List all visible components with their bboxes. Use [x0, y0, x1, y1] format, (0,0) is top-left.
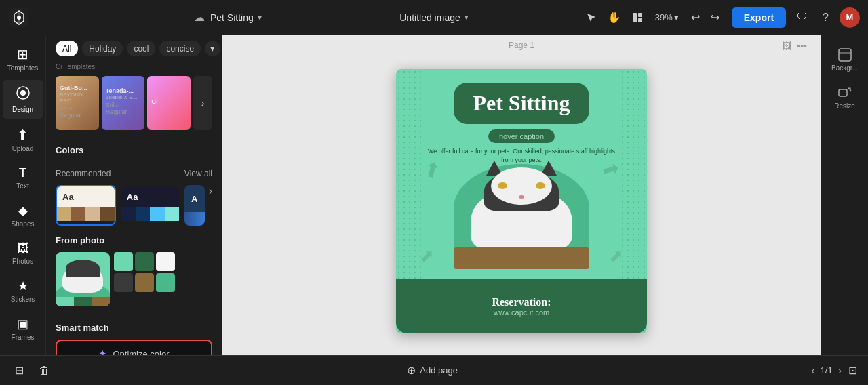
- hand-tool-button[interactable]: ✋: [604, 7, 625, 28]
- shapes-icon: ◆: [18, 203, 28, 218]
- photo-thumbnail[interactable]: [56, 252, 110, 306]
- swatch-2-2: [136, 207, 150, 221]
- export-button[interactable]: Export: [732, 7, 786, 28]
- doc-title-display[interactable]: Untitled image ▾: [399, 12, 469, 23]
- topbar: ☁ Pet Sitting ▾ Untitled image ▾ ✋ 39% ▾…: [0, 0, 868, 35]
- smart-match-section: Smart match ✦ Optimize color: [46, 315, 222, 355]
- poster-title-bg: Pet Sitting: [454, 83, 589, 124]
- palette-card-more-label: A: [191, 194, 197, 204]
- sidebar-item-frames[interactable]: ▣ Frames: [3, 311, 43, 346]
- toolbar-icons: ✋ 39% ▾ ↩ ↪: [582, 7, 724, 28]
- photo-swatch-2[interactable]: [135, 252, 154, 271]
- template-cards-more-button[interactable]: ›: [193, 76, 212, 130]
- palette-chevron-right-icon[interactable]: ›: [209, 185, 212, 226]
- bottom-center: ⊕ Add page: [60, 360, 804, 381]
- add-page-button[interactable]: ⊕ Add page: [400, 360, 465, 381]
- palette-cards-row: Aa Aa: [56, 185, 212, 226]
- zoom-control[interactable]: 39% ▾: [650, 9, 684, 25]
- background-panel-btn[interactable]: Backgr...: [825, 42, 865, 77]
- palette-card-2-top: Aa: [121, 186, 179, 207]
- photos-icon: 🖼: [17, 241, 29, 256]
- photo-swatches: [114, 252, 175, 292]
- template-card-1-title: Tenada-...: [106, 87, 141, 94]
- sidebar-item-upload[interactable]: ⬆ Upload: [3, 121, 43, 158]
- right-panel: Backgr... Resize: [821, 35, 868, 355]
- sidebar-item-photos[interactable]: 🖼 Photos: [3, 236, 43, 270]
- sidebar-collapse-btn[interactable]: ▾: [3, 349, 43, 355]
- svg-rect-8: [839, 89, 847, 96]
- doc-title-text-main: Untitled image: [399, 12, 460, 23]
- filter-tag-all[interactable]: All: [56, 41, 78, 56]
- text-icon: T: [19, 166, 26, 180]
- optimize-color-button[interactable]: ✦ Optimize color: [56, 340, 212, 355]
- sidebar-icons: ⊞ Templates Design ⬆ Upload T Text ◆ Sha…: [0, 35, 46, 355]
- poster: ⬈ ⬈ ⬈ ⬈ Pet Sitting hover caption We off…: [396, 69, 647, 333]
- poster-reservation-label: Reservation:: [492, 296, 551, 308]
- sidebar-item-stickers[interactable]: ★ Stickers: [3, 273, 43, 308]
- page-image-icon[interactable]: 🖼: [782, 41, 791, 52]
- topbar-right: Export 🛡 ? M: [732, 7, 860, 28]
- palette-card-1[interactable]: Aa: [56, 185, 116, 226]
- undo-button[interactable]: ↩: [687, 7, 704, 28]
- swatch-2-4: [165, 207, 179, 221]
- deco-arrow-br: ⬈: [609, 246, 623, 266]
- swatch-2-3: [150, 207, 164, 221]
- select-tool-button[interactable]: [582, 8, 601, 27]
- filter-tag-holiday[interactable]: Holiday: [82, 41, 123, 56]
- app-logo: [8, 7, 30, 28]
- swatch-1-1: [57, 207, 71, 221]
- design-icon: [16, 85, 31, 104]
- sidebar-item-design-label: Design: [12, 106, 33, 113]
- doc-dropdown-chevron[interactable]: ▾: [465, 13, 469, 22]
- palette-card-1-top: Aa: [57, 186, 115, 207]
- photo-swatch-5[interactable]: [135, 273, 154, 292]
- delete-page-button[interactable]: 🗑: [35, 361, 54, 381]
- palette-card-2[interactable]: Aa: [120, 185, 180, 226]
- page-prev-button[interactable]: ‹: [811, 365, 814, 377]
- photo-swatch-1[interactable]: [114, 252, 133, 271]
- sidebar-item-design[interactable]: Design: [3, 80, 43, 119]
- svg-point-1: [17, 16, 21, 20]
- resize-panel-btn[interactable]: Resize: [825, 80, 865, 115]
- doc-title-dropdown-icon[interactable]: ▾: [258, 13, 262, 22]
- view-all-link[interactable]: View all: [184, 169, 212, 178]
- photo-swatch-3[interactable]: [156, 252, 175, 271]
- doc-title-text: Pet Sitting: [210, 12, 254, 23]
- sidebar-item-shapes[interactable]: ◆ Shapes: [3, 198, 43, 233]
- sidebar-item-templates[interactable]: ⊞ Templates: [3, 41, 43, 77]
- template-cards-row: Guti-Bo... BEYOND PRO... Anta-Regular Te…: [46, 76, 222, 137]
- redo-button[interactable]: ↪: [707, 7, 724, 28]
- palette-card-more[interactable]: A: [184, 185, 205, 226]
- filter-tag-cool[interactable]: cool: [127, 41, 155, 56]
- template-card-2[interactable]: Gl: [147, 76, 191, 130]
- help-icon[interactable]: ?: [818, 7, 833, 28]
- sidebar-item-text[interactable]: T Text: [3, 161, 43, 195]
- page-thumbnail-button[interactable]: ⊟: [11, 360, 28, 381]
- avatar[interactable]: M: [840, 7, 860, 28]
- page-more-icon[interactable]: •••: [797, 41, 807, 52]
- zoom-chevron: ▾: [674, 12, 679, 22]
- filter-tag-concise[interactable]: concise: [159, 41, 201, 56]
- photo-swatch-4[interactable]: [114, 273, 133, 292]
- fullscreen-button[interactable]: ⊡: [848, 364, 857, 377]
- sidebar-item-photos-label: Photos: [12, 258, 33, 265]
- template-card-2-title: Gl: [151, 98, 186, 105]
- canvas-scroll[interactable]: Page 1 🖼 ••• ⬈ ⬈ ⬈ ⬈ Pet Sitting: [222, 35, 821, 355]
- sparkle-icon: ✦: [98, 348, 107, 355]
- palette-card-2-swatches: [121, 207, 179, 221]
- layout-tool-button[interactable]: [628, 8, 647, 27]
- shield-icon[interactable]: 🛡: [793, 7, 812, 28]
- add-page-label: Add page: [420, 365, 458, 376]
- doc-title[interactable]: Pet Sitting ▾: [210, 12, 262, 23]
- canvas-area: Page 1 🖼 ••• ⬈ ⬈ ⬈ ⬈ Pet Sitting: [222, 35, 821, 355]
- template-card-0-font: Anta-Regular: [60, 105, 95, 119]
- poster-reservation-section: Reservation: www.capcut.com: [396, 279, 647, 333]
- photo-swatch-6[interactable]: [156, 273, 175, 292]
- design-panel: All Holiday cool concise ▾ Oi Templates …: [46, 35, 222, 355]
- template-card-1[interactable]: Tenada-... Zoebel X-E... Stilu-Regular: [102, 76, 145, 130]
- cat-table: [454, 247, 589, 269]
- filter-tags-more-button[interactable]: ▾: [205, 41, 220, 56]
- recommended-label: Recommended: [56, 169, 111, 178]
- page-next-button[interactable]: ›: [838, 365, 842, 377]
- template-card-0[interactable]: Guti-Bo... BEYOND PRO... Anta-Regular: [56, 76, 99, 130]
